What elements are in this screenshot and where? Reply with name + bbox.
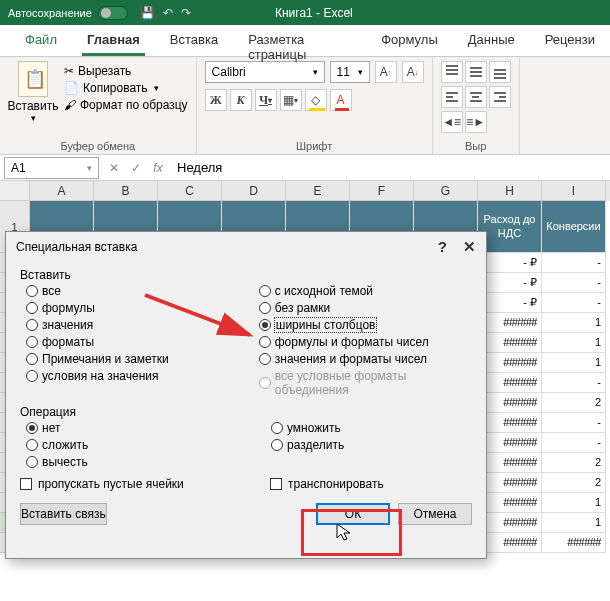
- col-header-b[interactable]: B: [94, 181, 158, 201]
- radio-values-num[interactable]: значения и форматы чисел: [253, 352, 472, 366]
- cell[interactable]: -: [542, 273, 606, 293]
- fill-color-button[interactable]: ◇: [305, 89, 327, 111]
- accept-formula-button[interactable]: ✓: [125, 161, 147, 175]
- italic-button[interactable]: К: [230, 89, 252, 111]
- tab-insert[interactable]: Вставка: [155, 25, 233, 56]
- radio-all[interactable]: все: [20, 284, 253, 298]
- cancel-button[interactable]: Отмена: [398, 503, 472, 525]
- header-cell[interactable]: Расход до НДС: [478, 201, 542, 253]
- col-header-c[interactable]: C: [158, 181, 222, 201]
- cell[interactable]: ######: [478, 453, 542, 473]
- decrease-font-button[interactable]: A↓: [402, 61, 424, 83]
- font-color-button[interactable]: A: [330, 89, 352, 111]
- font-name-select[interactable]: Calibri▾: [205, 61, 325, 83]
- cell[interactable]: ######: [478, 353, 542, 373]
- align-middle-button[interactable]: [465, 61, 487, 83]
- paste-button[interactable]: Вставить ▾: [8, 61, 58, 123]
- radio-src-theme[interactable]: с исходной темой: [253, 284, 472, 298]
- paste-link-button[interactable]: Вставить связь: [20, 503, 107, 525]
- align-top-button[interactable]: [441, 61, 463, 83]
- border-button[interactable]: ▦▾: [280, 89, 302, 111]
- radio-op-sub[interactable]: вычесть: [20, 455, 265, 469]
- cell[interactable]: -: [542, 253, 606, 273]
- align-right-button[interactable]: [489, 86, 511, 108]
- cell[interactable]: 1: [542, 313, 606, 333]
- col-header-e[interactable]: E: [286, 181, 350, 201]
- cell[interactable]: 1: [542, 513, 606, 533]
- col-header-g[interactable]: G: [414, 181, 478, 201]
- format-painter-button[interactable]: 🖌Формат по образцу: [64, 98, 188, 112]
- select-all-corner[interactable]: [0, 181, 30, 201]
- cell[interactable]: - ₽: [478, 293, 542, 313]
- cell[interactable]: - ₽: [478, 273, 542, 293]
- radio-op-add[interactable]: сложить: [20, 438, 265, 452]
- col-header-h[interactable]: H: [478, 181, 542, 201]
- save-icon[interactable]: 💾: [140, 6, 155, 20]
- cell[interactable]: ######: [478, 493, 542, 513]
- cell[interactable]: ######: [478, 373, 542, 393]
- underline-button[interactable]: Ч▾: [255, 89, 277, 111]
- align-center-button[interactable]: [465, 86, 487, 108]
- col-header-a[interactable]: A: [30, 181, 94, 201]
- check-skip-blanks[interactable]: пропускать пустые ячейки: [20, 477, 270, 491]
- radio-formulas-num[interactable]: формулы и форматы чисел: [253, 335, 472, 349]
- radio-comments[interactable]: Примечания и заметки: [20, 352, 253, 366]
- dialog-help-button[interactable]: ?: [438, 238, 447, 256]
- cell[interactable]: 1: [542, 493, 606, 513]
- radio-op-mult[interactable]: умножить: [265, 421, 344, 435]
- cell[interactable]: ######: [478, 393, 542, 413]
- tab-data[interactable]: Данные: [453, 25, 530, 56]
- font-size-select[interactable]: 11▾: [330, 61, 370, 83]
- increase-font-button[interactable]: A↑: [375, 61, 397, 83]
- copy-button[interactable]: 📄Копировать▾: [64, 81, 188, 95]
- fx-button[interactable]: fx: [147, 161, 169, 175]
- header-cell[interactable]: Конверсии: [542, 201, 606, 253]
- tab-review[interactable]: Рецензи: [530, 25, 610, 56]
- ok-button[interactable]: ОК: [316, 503, 390, 525]
- radio-op-div[interactable]: разделить: [265, 438, 344, 452]
- radio-col-widths[interactable]: ширины столбцов: [253, 318, 472, 332]
- decrease-indent-button[interactable]: ◄≡: [441, 111, 463, 133]
- tab-file[interactable]: Файл: [10, 25, 72, 56]
- cell[interactable]: ######: [478, 413, 542, 433]
- check-transpose[interactable]: транспонировать: [270, 477, 384, 491]
- cut-button[interactable]: ✂Вырезать: [64, 64, 188, 78]
- redo-icon[interactable]: ↷: [181, 6, 191, 20]
- col-header-f[interactable]: F: [350, 181, 414, 201]
- align-left-button[interactable]: [441, 86, 463, 108]
- cell[interactable]: 1: [542, 353, 606, 373]
- cell[interactable]: ######: [478, 433, 542, 453]
- bold-button[interactable]: Ж: [205, 89, 227, 111]
- cell[interactable]: ######: [478, 513, 542, 533]
- dialog-close-button[interactable]: ✕: [463, 238, 476, 256]
- cell[interactable]: ######: [478, 313, 542, 333]
- formula-input[interactable]: Неделя: [169, 158, 610, 177]
- cell[interactable]: -: [542, 373, 606, 393]
- cell[interactable]: 2: [542, 473, 606, 493]
- tab-layout[interactable]: Разметка страницы: [233, 25, 366, 56]
- cell[interactable]: 2: [542, 393, 606, 413]
- col-header-d[interactable]: D: [222, 181, 286, 201]
- cancel-formula-button[interactable]: ✕: [103, 161, 125, 175]
- radio-op-none[interactable]: нет: [20, 421, 265, 435]
- radio-validation[interactable]: условия на значения: [20, 369, 253, 383]
- undo-icon[interactable]: ↶: [163, 6, 173, 20]
- cell[interactable]: 2: [542, 453, 606, 473]
- col-header-i[interactable]: I: [542, 181, 606, 201]
- radio-formats[interactable]: форматы: [20, 335, 253, 349]
- radio-formulas[interactable]: формулы: [20, 301, 253, 315]
- cell[interactable]: ######: [478, 473, 542, 493]
- autosave-toggle[interactable]: Автосохранение: [8, 6, 128, 20]
- cell[interactable]: 1: [542, 333, 606, 353]
- radio-no-border[interactable]: без рамки: [253, 301, 472, 315]
- cell[interactable]: -: [542, 433, 606, 453]
- cell[interactable]: -: [542, 413, 606, 433]
- align-bottom-button[interactable]: [489, 61, 511, 83]
- paste-dropdown-icon[interactable]: ▾: [31, 113, 36, 123]
- tab-home[interactable]: Главная: [72, 25, 155, 56]
- radio-values[interactable]: значения: [20, 318, 253, 332]
- cell[interactable]: - ₽: [478, 253, 542, 273]
- name-box[interactable]: A1▾: [4, 157, 99, 179]
- cell[interactable]: -: [542, 293, 606, 313]
- tab-formulas[interactable]: Формулы: [366, 25, 453, 56]
